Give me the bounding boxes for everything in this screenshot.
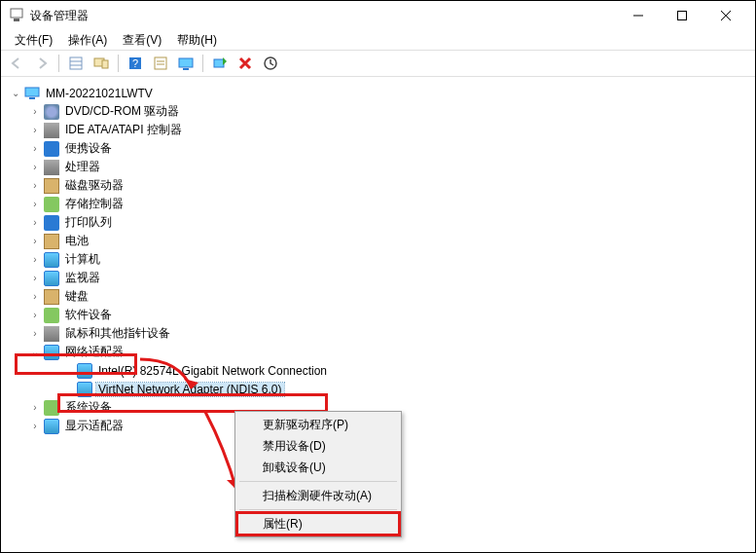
device-category-icon [44, 400, 59, 416]
chevron-right-icon[interactable]: › [28, 235, 42, 248]
ctx-disable-device[interactable]: 禁用设备(D) [237, 435, 399, 457]
minimize-button[interactable] [616, 2, 660, 30]
tree-item[interactable]: ›打印队列 [7, 213, 751, 232]
toolbar-show-hidden-button[interactable] [64, 53, 88, 74]
menu-file[interactable]: 文件(F) [7, 30, 60, 51]
chevron-right-icon[interactable]: › [28, 142, 42, 156]
toolbar-back-button[interactable] [5, 53, 28, 74]
chevron-right-icon[interactable]: › [28, 198, 42, 211]
chevron-right-icon[interactable]: › [28, 105, 42, 119]
svg-rect-10 [102, 60, 108, 68]
device-category-icon [44, 178, 59, 194]
tree-item-label: 存储控制器 [63, 196, 126, 212]
tree-item-label: 鼠标和其他指针设备 [63, 325, 172, 342]
chevron-right-icon[interactable]: › [28, 272, 42, 285]
tree-item-label: 计算机 [63, 251, 102, 268]
tree-item-label: 系统设备 [63, 399, 114, 416]
toolbar: ? [1, 50, 755, 77]
tree-item-label: 电池 [63, 233, 90, 249]
ctx-separator [239, 509, 397, 510]
chevron-right-icon[interactable]: › [28, 327, 42, 341]
tree-item[interactable]: ›电池 [7, 232, 751, 250]
tree-root[interactable]: ⌄ MM-20221021LWTV [7, 84, 751, 102]
close-button[interactable] [703, 2, 747, 30]
menu-action[interactable]: 操作(A) [60, 30, 115, 51]
chevron-right-icon[interactable]: › [28, 216, 42, 230]
chevron-right-icon[interactable]: › [28, 179, 42, 193]
device-category-icon [44, 234, 59, 249]
chevron-right-icon[interactable]: › [28, 401, 42, 415]
window-title: 设备管理器 [30, 8, 616, 24]
network-adapter-icon [44, 345, 59, 360]
tree-item[interactable]: ›计算机 [7, 250, 751, 269]
ctx-scan-hardware[interactable]: 扫描检测硬件改动(A) [237, 485, 399, 506]
context-menu: 更新驱动程序(P) 禁用设备(D) 卸载设备(U) 扫描检测硬件改动(A) 属性… [234, 411, 402, 537]
svg-rect-16 [179, 58, 193, 67]
svg-text:?: ? [132, 57, 138, 69]
tree-item[interactable]: ›DVD/CD-ROM 驱动器 [7, 102, 751, 121]
ctx-properties[interactable]: 属性(R) [237, 513, 399, 535]
device-category-icon [44, 215, 59, 231]
toolbar-help-button[interactable]: ? [124, 53, 147, 74]
device-category-icon [44, 289, 59, 305]
chevron-right-icon[interactable]: › [28, 309, 42, 322]
chevron-right-icon[interactable]: › [28, 290, 42, 304]
ctx-separator [239, 481, 397, 482]
tree-item-nic-intel[interactable]: Intel(R) 82574L Gigabit Network Connecti… [7, 361, 751, 380]
toolbar-properties-button[interactable] [149, 53, 172, 74]
svg-rect-18 [214, 59, 224, 67]
device-category-icon [44, 419, 59, 434]
toolbar-separator [58, 55, 59, 72]
tree-item[interactable]: ›软件设备 [7, 306, 751, 324]
svg-rect-0 [11, 9, 22, 18]
toolbar-separator [118, 55, 119, 72]
tree-item[interactable]: ›便携设备 [7, 139, 751, 158]
nic-intel-label: Intel(R) 82574L Gigabit Network Connecti… [96, 364, 329, 378]
toolbar-remove-button[interactable] [234, 53, 257, 74]
network-adapter-icon [77, 382, 92, 397]
device-category-icon [44, 326, 59, 342]
spacer [61, 383, 75, 396]
tree-item-label: DVD/CD-ROM 驱动器 [63, 103, 181, 120]
tree-item[interactable]: ›IDE ATA/ATAPI 控制器 [7, 121, 751, 139]
menu-help[interactable]: 帮助(H) [169, 30, 225, 51]
toolbar-device-button[interactable] [90, 53, 113, 74]
tree-item[interactable]: ›监视器 [7, 269, 751, 287]
tree-item-label: 监视器 [63, 270, 102, 286]
chevron-right-icon[interactable]: › [28, 161, 42, 174]
svg-rect-1 [14, 18, 19, 21]
svg-rect-17 [183, 68, 189, 70]
tree-item-label: 软件设备 [63, 307, 114, 323]
tree-item[interactable]: ›存储控制器 [7, 195, 751, 213]
maximize-button[interactable] [660, 2, 703, 30]
device-category-icon [44, 141, 59, 157]
chevron-right-icon[interactable]: › [28, 420, 42, 433]
chevron-right-icon[interactable]: › [28, 253, 42, 267]
chevron-down-icon[interactable]: ⌄ [9, 87, 22, 100]
device-category-icon [44, 271, 59, 286]
toolbar-update-button[interactable] [259, 53, 282, 74]
toolbar-monitor-button[interactable] [174, 53, 198, 74]
tree-item-label: 便携设备 [63, 140, 114, 157]
device-category-icon [44, 197, 59, 212]
tree-item-network-adapters[interactable]: ⌄ 网络适配器 [7, 343, 751, 361]
nic-virtnet-label: VirtNet Network Adapter (NDIS 6.0) [96, 383, 284, 396]
tree-item[interactable]: ›鼠标和其他指针设备 [7, 324, 751, 343]
ctx-uninstall-device[interactable]: 卸载设备(U) [237, 457, 399, 478]
toolbar-forward-button[interactable] [30, 53, 54, 74]
toolbar-scan-button[interactable] [208, 53, 232, 74]
chevron-down-icon[interactable]: ⌄ [28, 346, 42, 359]
ctx-update-driver[interactable]: 更新驱动程序(P) [237, 414, 399, 435]
window-controls [616, 2, 747, 30]
menu-view[interactable]: 查看(V) [115, 30, 169, 51]
tree-item[interactable]: ›键盘 [7, 287, 751, 306]
tree-item-nic-virtnet[interactable]: VirtNet Network Adapter (NDIS 6.0) [7, 380, 751, 398]
tree-root-label: MM-20221021LWTV [44, 87, 155, 100]
titlebar: 设备管理器 [1, 1, 755, 30]
tree-item[interactable]: ›磁盘驱动器 [7, 176, 751, 195]
app-icon [9, 8, 24, 23]
device-category-icon [44, 160, 59, 175]
tree-item[interactable]: ›处理器 [7, 158, 751, 176]
chevron-right-icon[interactable]: › [28, 124, 42, 137]
tree-item-label: 磁盘驱动器 [63, 177, 126, 194]
